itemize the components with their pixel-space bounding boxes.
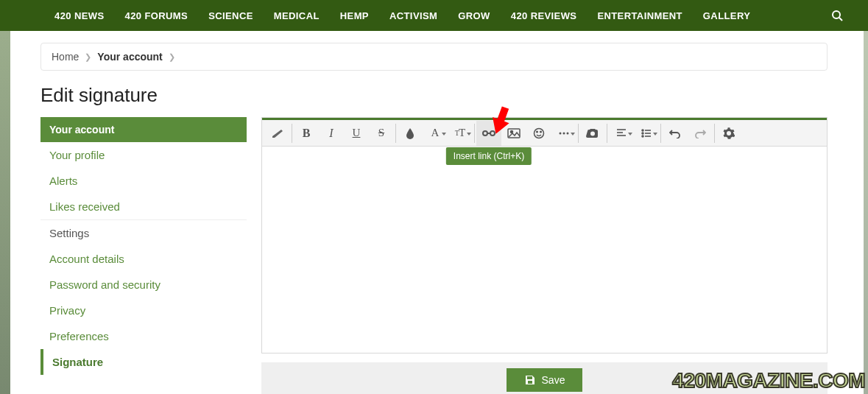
- svg-point-14: [642, 130, 643, 131]
- svg-point-16: [642, 133, 643, 134]
- nav-item[interactable]: MEDICAL: [264, 10, 330, 21]
- sidebar-item-likes[interactable]: Likes received: [40, 194, 247, 219]
- watermark: 420MAGAZINE.COM: [672, 369, 865, 393]
- sidebar-group-settings: Settings: [40, 219, 247, 246]
- alignment-button[interactable]: [609, 121, 634, 146]
- save-icon: [524, 374, 536, 386]
- settings-button[interactable]: [716, 121, 741, 146]
- toolbar-separator: [714, 124, 715, 143]
- nav-item[interactable]: GROW: [448, 10, 500, 21]
- breadcrumb: Home ❯ Your account ❯: [40, 43, 828, 71]
- nav-item[interactable]: ACTIVISM: [379, 10, 448, 21]
- nav-item[interactable]: 420 REVIEWS: [501, 10, 588, 21]
- media-button[interactable]: [580, 121, 605, 146]
- save-button[interactable]: Save: [507, 368, 583, 392]
- editor-textarea[interactable]: [262, 147, 827, 353]
- svg-point-10: [590, 131, 595, 136]
- sidebar: Your account Your profile Alerts Likes r…: [40, 117, 247, 394]
- sidebar-item-profile[interactable]: Your profile: [40, 142, 247, 168]
- insert-link-button[interactable]: Insert link (Ctrl+K): [476, 121, 501, 146]
- bg-decor-left: [0, 31, 10, 394]
- bold-button[interactable]: B: [294, 121, 319, 146]
- svg-point-5: [537, 131, 538, 133]
- nav-item[interactable]: HEMP: [330, 10, 379, 21]
- font-size-button[interactable]: TT: [448, 121, 473, 146]
- nav-item[interactable]: GALLERY: [693, 10, 761, 21]
- tooltip: Insert link (Ctrl+K): [446, 147, 532, 165]
- strikethrough-button[interactable]: S: [369, 121, 394, 146]
- toolbar-separator: [607, 124, 607, 143]
- sidebar-item-signature[interactable]: Signature: [40, 349, 247, 375]
- breadcrumb-current[interactable]: Your account: [97, 51, 162, 63]
- svg-point-8: [563, 132, 565, 134]
- insert-image-button[interactable]: [501, 121, 526, 146]
- smilies-button[interactable]: [526, 121, 551, 146]
- main-column: B I U S A TT Insert link (Ctrl+K): [261, 117, 828, 394]
- list-button[interactable]: [634, 121, 659, 146]
- toolbar-separator: [474, 124, 475, 143]
- sidebar-item-preferences[interactable]: Preferences: [40, 323, 247, 349]
- svg-line-1: [839, 18, 842, 21]
- sidebar-item-privacy[interactable]: Privacy: [40, 298, 247, 323]
- sidebar-item-password[interactable]: Password and security: [40, 272, 247, 298]
- redo-button[interactable]: [688, 121, 713, 146]
- chevron-right-icon: ❯: [169, 52, 175, 62]
- chevron-right-icon: ❯: [85, 52, 91, 62]
- text-color-button[interactable]: [398, 121, 423, 146]
- nav-item[interactable]: SCIENCE: [198, 10, 264, 21]
- remove-format-button[interactable]: [265, 121, 290, 146]
- svg-point-6: [540, 131, 542, 133]
- sidebar-item-alerts[interactable]: Alerts: [40, 168, 247, 194]
- insert-menu-button[interactable]: [551, 121, 576, 146]
- sidebar-header: Your account: [40, 117, 247, 142]
- toolbar-separator: [292, 124, 292, 143]
- undo-button[interactable]: [663, 121, 688, 146]
- sidebar-item-account-details[interactable]: Account details: [40, 246, 247, 272]
- save-label: Save: [542, 374, 565, 386]
- underline-button[interactable]: U: [344, 121, 369, 146]
- editor: B I U S A TT Insert link (Ctrl+K): [261, 117, 828, 353]
- toolbar-separator: [578, 124, 579, 143]
- search-icon[interactable]: [831, 10, 843, 21]
- nav-item[interactable]: 420 FORUMS: [115, 10, 199, 21]
- svg-point-7: [560, 132, 562, 134]
- svg-point-9: [567, 132, 569, 134]
- editor-toolbar: B I U S A TT Insert link (Ctrl+K): [262, 120, 827, 147]
- breadcrumb-home[interactable]: Home: [52, 51, 79, 63]
- nav-item[interactable]: ENTERTAINMENT: [587, 10, 692, 21]
- top-nav: 420 NEWS 420 FORUMS SCIENCE MEDICAL HEMP…: [0, 0, 868, 31]
- nav-item[interactable]: 420 NEWS: [44, 10, 115, 21]
- page-title: Edit signature: [40, 84, 828, 107]
- toolbar-separator: [395, 124, 396, 143]
- svg-point-0: [833, 11, 840, 18]
- bg-decor-right: [864, 31, 868, 394]
- font-family-button[interactable]: A: [423, 121, 448, 146]
- italic-button[interactable]: I: [319, 121, 344, 146]
- svg-point-4: [534, 128, 544, 138]
- toolbar-separator: [660, 124, 661, 143]
- svg-point-18: [642, 136, 643, 137]
